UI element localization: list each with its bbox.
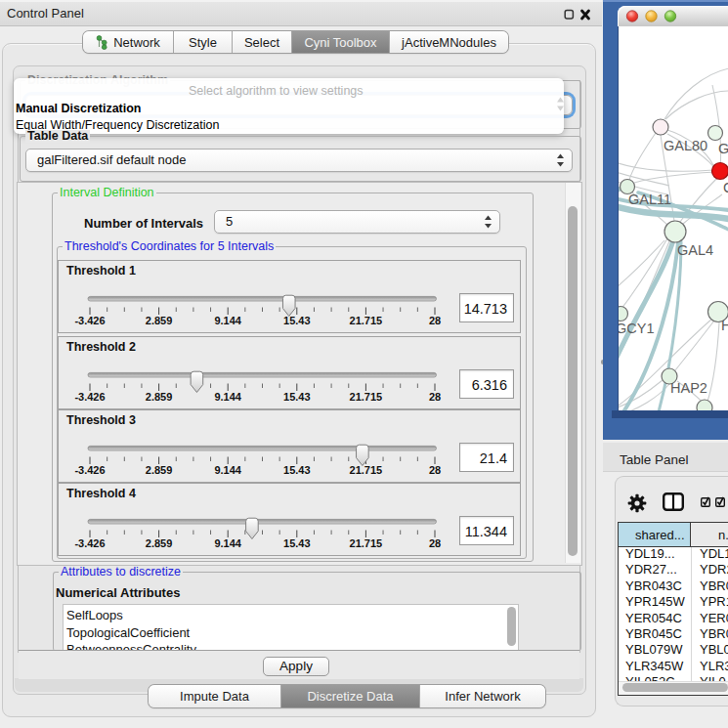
svg-text:GA: GA xyxy=(718,141,728,156)
svg-text:CY: CY xyxy=(723,180,728,195)
svg-text:GAL80: GAL80 xyxy=(664,138,707,153)
svg-text:9.144: 9.144 xyxy=(214,537,241,549)
svg-text:15.43: 15.43 xyxy=(283,315,311,326)
svg-text:2.859: 2.859 xyxy=(146,391,173,403)
svg-text:9.144: 9.144 xyxy=(214,391,241,403)
svg-text:GAL11: GAL11 xyxy=(628,192,671,207)
svg-text:28: 28 xyxy=(429,537,441,549)
svg-text:15.43: 15.43 xyxy=(283,391,311,403)
svg-text:-3.426: -3.426 xyxy=(74,315,105,326)
svg-text:21.715: 21.715 xyxy=(350,537,383,549)
svg-text:15.43: 15.43 xyxy=(283,537,311,549)
svg-text:28: 28 xyxy=(429,464,441,476)
svg-text:21.715: 21.715 xyxy=(350,315,383,326)
svg-text:9.144: 9.144 xyxy=(214,464,241,476)
svg-text:GAL4: GAL4 xyxy=(677,242,713,258)
svg-text:-3.426: -3.426 xyxy=(74,537,105,549)
svg-text:28: 28 xyxy=(429,315,441,326)
svg-text:-3.426: -3.426 xyxy=(74,391,105,403)
svg-text:15.43: 15.43 xyxy=(283,464,311,476)
svg-text:21.715: 21.715 xyxy=(350,391,383,403)
svg-text:-3.426: -3.426 xyxy=(74,464,105,476)
svg-text:GCY1: GCY1 xyxy=(619,321,655,336)
svg-text:21.715: 21.715 xyxy=(350,464,383,476)
svg-text:28: 28 xyxy=(429,391,441,403)
svg-text:HA: HA xyxy=(721,318,728,333)
svg-text:2.859: 2.859 xyxy=(146,464,173,476)
svg-text:HAP2: HAP2 xyxy=(670,380,707,396)
svg-text:2.859: 2.859 xyxy=(146,537,173,549)
svg-text:2.859: 2.859 xyxy=(146,315,173,326)
svg-text:9.144: 9.144 xyxy=(214,315,241,326)
